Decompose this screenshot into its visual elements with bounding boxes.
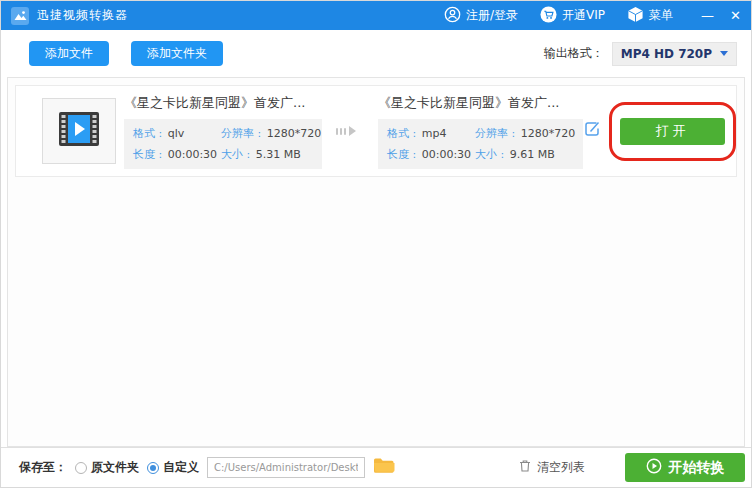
trash-icon xyxy=(518,458,532,477)
play-circle-icon xyxy=(646,458,662,477)
file-row[interactable]: 《星之卡比新星同盟》首发广... 格式 : qlv 分辨率 : 1280*720… xyxy=(15,85,737,177)
add-folder-button[interactable]: 添加文件夹 xyxy=(131,41,223,66)
user-icon xyxy=(444,6,461,26)
start-convert-button[interactable]: 开始转换 xyxy=(625,453,745,482)
clear-list-button[interactable]: 清空列表 xyxy=(518,458,585,477)
edit-pencil-icon xyxy=(583,120,601,142)
output-format-value: MP4 HD 720P xyxy=(621,47,712,61)
menu-button[interactable]: 菜单 xyxy=(627,6,673,26)
save-path-input[interactable] xyxy=(207,457,365,478)
toolbar: 添加文件 添加文件夹 输出格式： MP4 HD 720P xyxy=(1,30,751,77)
target-duration: 长度 : 00:00:30 xyxy=(387,147,475,162)
output-format-label: 输出格式： xyxy=(544,45,604,62)
radio-selected-icon xyxy=(147,462,159,474)
source-file-info: 《星之卡比新星同盟》首发广... 格式 : qlv 分辨率 : 1280*720… xyxy=(124,94,322,169)
menu-box-icon xyxy=(627,6,644,26)
login-button[interactable]: 注册/登录 xyxy=(444,6,518,26)
open-vip-button[interactable]: 开通VIP xyxy=(540,6,605,26)
login-label: 注册/登录 xyxy=(466,7,518,24)
source-duration: 长度 : 00:00:30 xyxy=(133,147,221,162)
titlebar: 迅捷视频转换器 注册/登录 开通VIP 菜单 — xyxy=(1,1,751,30)
minimize-button[interactable]: — xyxy=(701,9,714,22)
target-info-box: 格式 : mp4 分辨率 : 1280*720 长度 : 00:00:30 大小… xyxy=(378,119,583,169)
cart-icon xyxy=(540,6,557,26)
menu-label: 菜单 xyxy=(649,7,673,24)
target-format: 格式 : mp4 xyxy=(387,126,475,141)
filmstrip-play-icon xyxy=(57,110,101,152)
source-info-box: 格式 : qlv 分辨率 : 1280*720 长度 : 00:00:30 大小… xyxy=(124,119,322,169)
source-format: 格式 : qlv xyxy=(133,126,221,141)
radio-unselected-icon xyxy=(75,462,87,474)
annotation-highlight: 打开 xyxy=(609,102,736,161)
chevron-down-icon xyxy=(720,51,728,56)
source-file-title: 《星之卡比新星同盟》首发广... xyxy=(124,94,322,112)
source-resolution: 分辨率 : 1280*720 xyxy=(221,126,321,141)
app-title: 迅捷视频转换器 xyxy=(37,7,128,24)
source-size: 大小 : 5.31 MB xyxy=(221,147,321,162)
app-logo-icon xyxy=(11,7,29,25)
target-resolution: 分辨率 : 1280*720 xyxy=(475,126,575,141)
close-button[interactable]: ✕ xyxy=(730,9,741,22)
browse-folder-button[interactable] xyxy=(373,457,395,478)
edit-settings-button[interactable] xyxy=(583,120,601,142)
target-size: 大小 : 9.61 MB xyxy=(475,147,575,162)
radio-custom-folder[interactable]: 自定义 xyxy=(147,459,199,476)
output-format-dropdown[interactable]: MP4 HD 720P xyxy=(612,42,737,66)
save-to-label: 保存至： xyxy=(19,459,67,476)
add-file-button[interactable]: 添加文件 xyxy=(29,41,109,66)
open-button[interactable]: 打开 xyxy=(620,118,725,145)
video-thumbnail xyxy=(42,98,116,164)
file-list-panel: 《星之卡比新星同盟》首发广... 格式 : qlv 分辨率 : 1280*720… xyxy=(7,77,745,447)
convert-arrow-icon xyxy=(322,126,370,136)
radio-original-folder[interactable]: 原文件夹 xyxy=(75,459,139,476)
folder-icon xyxy=(373,457,395,478)
bottombar: 保存至： 原文件夹 自定义 清空列表 开始转换 xyxy=(1,447,751,487)
target-file-title: 《星之卡比新星同盟》首发广... xyxy=(378,94,583,112)
target-file-info: 《星之卡比新星同盟》首发广... 格式 : mp4 分辨率 : 1280*720… xyxy=(378,94,583,169)
app-window: 迅捷视频转换器 注册/登录 开通VIP 菜单 — xyxy=(0,0,752,488)
vip-label: 开通VIP xyxy=(562,7,605,24)
